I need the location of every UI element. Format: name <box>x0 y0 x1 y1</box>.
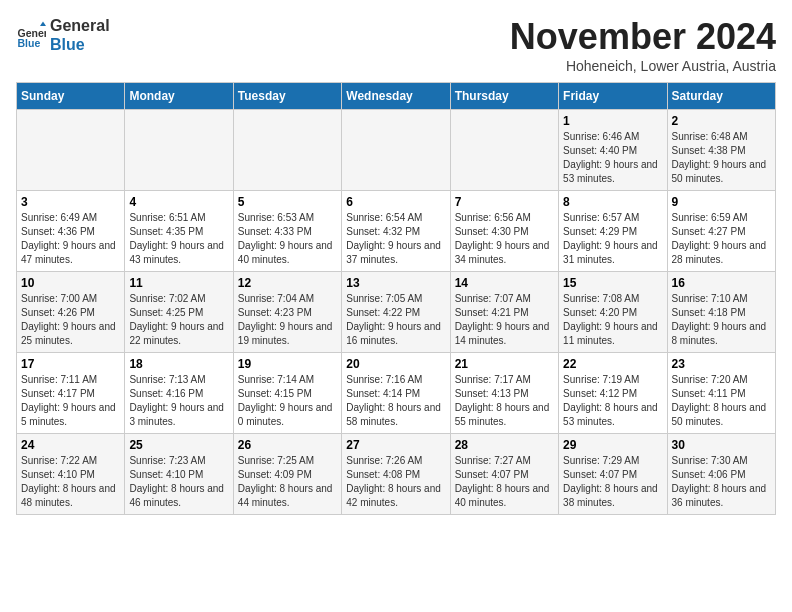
day-number: 14 <box>455 276 554 290</box>
day-number: 4 <box>129 195 228 209</box>
header-wednesday: Wednesday <box>342 83 450 110</box>
header-tuesday: Tuesday <box>233 83 341 110</box>
day-number: 5 <box>238 195 337 209</box>
day-cell: 19Sunrise: 7:14 AMSunset: 4:15 PMDayligh… <box>233 353 341 434</box>
day-info: Sunrise: 6:46 AMSunset: 4:40 PMDaylight:… <box>563 130 662 186</box>
day-number: 12 <box>238 276 337 290</box>
day-number: 21 <box>455 357 554 371</box>
day-cell: 13Sunrise: 7:05 AMSunset: 4:22 PMDayligh… <box>342 272 450 353</box>
logo-general: General <box>50 16 110 35</box>
day-number: 8 <box>563 195 662 209</box>
header-monday: Monday <box>125 83 233 110</box>
day-info: Sunrise: 7:13 AMSunset: 4:16 PMDaylight:… <box>129 373 228 429</box>
day-info: Sunrise: 7:25 AMSunset: 4:09 PMDaylight:… <box>238 454 337 510</box>
day-cell <box>450 110 558 191</box>
header-friday: Friday <box>559 83 667 110</box>
day-info: Sunrise: 7:20 AMSunset: 4:11 PMDaylight:… <box>672 373 771 429</box>
day-cell: 3Sunrise: 6:49 AMSunset: 4:36 PMDaylight… <box>17 191 125 272</box>
day-cell: 23Sunrise: 7:20 AMSunset: 4:11 PMDayligh… <box>667 353 775 434</box>
day-number: 20 <box>346 357 445 371</box>
day-number: 26 <box>238 438 337 452</box>
day-cell: 27Sunrise: 7:26 AMSunset: 4:08 PMDayligh… <box>342 434 450 515</box>
day-info: Sunrise: 7:26 AMSunset: 4:08 PMDaylight:… <box>346 454 445 510</box>
day-number: 11 <box>129 276 228 290</box>
day-cell: 9Sunrise: 6:59 AMSunset: 4:27 PMDaylight… <box>667 191 775 272</box>
day-number: 29 <box>563 438 662 452</box>
day-info: Sunrise: 7:00 AMSunset: 4:26 PMDaylight:… <box>21 292 120 348</box>
day-info: Sunrise: 7:27 AMSunset: 4:07 PMDaylight:… <box>455 454 554 510</box>
day-info: Sunrise: 7:10 AMSunset: 4:18 PMDaylight:… <box>672 292 771 348</box>
calendar-table: SundayMondayTuesdayWednesdayThursdayFrid… <box>16 82 776 515</box>
svg-text:Blue: Blue <box>18 37 41 49</box>
day-number: 30 <box>672 438 771 452</box>
logo-blue: Blue <box>50 35 110 54</box>
day-cell: 8Sunrise: 6:57 AMSunset: 4:29 PMDaylight… <box>559 191 667 272</box>
day-info: Sunrise: 7:11 AMSunset: 4:17 PMDaylight:… <box>21 373 120 429</box>
day-cell: 12Sunrise: 7:04 AMSunset: 4:23 PMDayligh… <box>233 272 341 353</box>
day-number: 13 <box>346 276 445 290</box>
day-cell <box>125 110 233 191</box>
day-number: 22 <box>563 357 662 371</box>
day-cell: 4Sunrise: 6:51 AMSunset: 4:35 PMDaylight… <box>125 191 233 272</box>
day-cell: 6Sunrise: 6:54 AMSunset: 4:32 PMDaylight… <box>342 191 450 272</box>
day-cell: 5Sunrise: 6:53 AMSunset: 4:33 PMDaylight… <box>233 191 341 272</box>
day-info: Sunrise: 6:49 AMSunset: 4:36 PMDaylight:… <box>21 211 120 267</box>
day-number: 1 <box>563 114 662 128</box>
day-info: Sunrise: 7:04 AMSunset: 4:23 PMDaylight:… <box>238 292 337 348</box>
week-row-4: 17Sunrise: 7:11 AMSunset: 4:17 PMDayligh… <box>17 353 776 434</box>
day-number: 2 <box>672 114 771 128</box>
day-number: 27 <box>346 438 445 452</box>
header-thursday: Thursday <box>450 83 558 110</box>
day-info: Sunrise: 7:14 AMSunset: 4:15 PMDaylight:… <box>238 373 337 429</box>
day-number: 19 <box>238 357 337 371</box>
header: General Blue General Blue November 2024 … <box>16 16 776 74</box>
day-number: 6 <box>346 195 445 209</box>
week-row-2: 3Sunrise: 6:49 AMSunset: 4:36 PMDaylight… <box>17 191 776 272</box>
day-cell: 17Sunrise: 7:11 AMSunset: 4:17 PMDayligh… <box>17 353 125 434</box>
week-row-3: 10Sunrise: 7:00 AMSunset: 4:26 PMDayligh… <box>17 272 776 353</box>
day-cell: 7Sunrise: 6:56 AMSunset: 4:30 PMDaylight… <box>450 191 558 272</box>
header-sunday: Sunday <box>17 83 125 110</box>
day-cell: 15Sunrise: 7:08 AMSunset: 4:20 PMDayligh… <box>559 272 667 353</box>
day-info: Sunrise: 7:02 AMSunset: 4:25 PMDaylight:… <box>129 292 228 348</box>
day-cell: 29Sunrise: 7:29 AMSunset: 4:07 PMDayligh… <box>559 434 667 515</box>
calendar-body: 1Sunrise: 6:46 AMSunset: 4:40 PMDaylight… <box>17 110 776 515</box>
day-number: 9 <box>672 195 771 209</box>
logo: General Blue General Blue <box>16 16 110 54</box>
calendar-header-row: SundayMondayTuesdayWednesdayThursdayFrid… <box>17 83 776 110</box>
day-cell: 24Sunrise: 7:22 AMSunset: 4:10 PMDayligh… <box>17 434 125 515</box>
day-info: Sunrise: 6:48 AMSunset: 4:38 PMDaylight:… <box>672 130 771 186</box>
day-cell: 20Sunrise: 7:16 AMSunset: 4:14 PMDayligh… <box>342 353 450 434</box>
day-number: 3 <box>21 195 120 209</box>
day-number: 17 <box>21 357 120 371</box>
day-cell: 26Sunrise: 7:25 AMSunset: 4:09 PMDayligh… <box>233 434 341 515</box>
day-cell: 10Sunrise: 7:00 AMSunset: 4:26 PMDayligh… <box>17 272 125 353</box>
title-block: November 2024 Hoheneich, Lower Austria, … <box>510 16 776 74</box>
day-cell: 28Sunrise: 7:27 AMSunset: 4:07 PMDayligh… <box>450 434 558 515</box>
logo-icon: General Blue <box>16 20 46 50</box>
day-info: Sunrise: 7:30 AMSunset: 4:06 PMDaylight:… <box>672 454 771 510</box>
day-info: Sunrise: 6:53 AMSunset: 4:33 PMDaylight:… <box>238 211 337 267</box>
day-cell: 22Sunrise: 7:19 AMSunset: 4:12 PMDayligh… <box>559 353 667 434</box>
day-number: 24 <box>21 438 120 452</box>
day-number: 15 <box>563 276 662 290</box>
day-cell: 18Sunrise: 7:13 AMSunset: 4:16 PMDayligh… <box>125 353 233 434</box>
day-info: Sunrise: 7:17 AMSunset: 4:13 PMDaylight:… <box>455 373 554 429</box>
day-info: Sunrise: 6:51 AMSunset: 4:35 PMDaylight:… <box>129 211 228 267</box>
day-info: Sunrise: 7:05 AMSunset: 4:22 PMDaylight:… <box>346 292 445 348</box>
day-cell <box>17 110 125 191</box>
day-info: Sunrise: 7:16 AMSunset: 4:14 PMDaylight:… <box>346 373 445 429</box>
day-cell: 14Sunrise: 7:07 AMSunset: 4:21 PMDayligh… <box>450 272 558 353</box>
week-row-1: 1Sunrise: 6:46 AMSunset: 4:40 PMDaylight… <box>17 110 776 191</box>
month-title: November 2024 <box>510 16 776 58</box>
day-cell <box>342 110 450 191</box>
subtitle: Hoheneich, Lower Austria, Austria <box>510 58 776 74</box>
day-cell: 11Sunrise: 7:02 AMSunset: 4:25 PMDayligh… <box>125 272 233 353</box>
day-number: 18 <box>129 357 228 371</box>
day-cell: 25Sunrise: 7:23 AMSunset: 4:10 PMDayligh… <box>125 434 233 515</box>
day-cell: 21Sunrise: 7:17 AMSunset: 4:13 PMDayligh… <box>450 353 558 434</box>
day-number: 10 <box>21 276 120 290</box>
day-number: 23 <box>672 357 771 371</box>
day-cell: 2Sunrise: 6:48 AMSunset: 4:38 PMDaylight… <box>667 110 775 191</box>
day-info: Sunrise: 7:23 AMSunset: 4:10 PMDaylight:… <box>129 454 228 510</box>
